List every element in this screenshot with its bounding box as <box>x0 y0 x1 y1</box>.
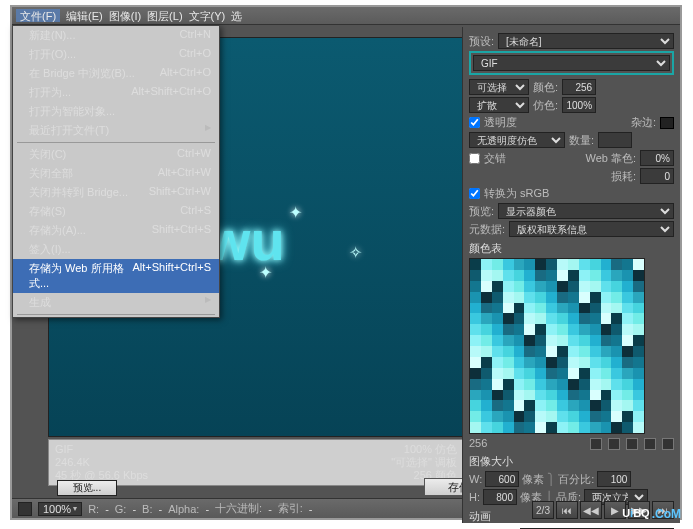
sparkle-icon: ✦ <box>259 263 272 282</box>
transparency-checkbox[interactable] <box>469 117 480 128</box>
metadata-select[interactable]: 版权和联系信息 <box>509 221 674 237</box>
right-panel: 预设:[未命名] GIF 可选择 颜色: 扩散 仿色: 透明度 杂边: 无透明度… <box>462 27 680 523</box>
interlace-checkbox[interactable] <box>469 153 480 164</box>
frame-counter: 2/3 <box>532 501 554 519</box>
preview-select[interactable]: 显示器颜色 <box>498 203 674 219</box>
width-label: W: <box>469 473 482 485</box>
percent-label: 百分比: <box>558 472 594 487</box>
palette-trash-icon[interactable] <box>662 438 674 450</box>
palette-tool-icon[interactable] <box>626 438 638 450</box>
hex-label: 十六进制: <box>215 501 262 516</box>
menu-item-close-bridge[interactable]: 关闭并转到 Bridge...Shift+Ctrl+W <box>13 183 219 202</box>
format-highlight-box: GIF <box>469 51 674 75</box>
menu-item-save[interactable]: 存储(S)Ctrl+S <box>13 202 219 221</box>
menu-image[interactable]: 图像(I) <box>109 9 141 22</box>
menu-item-close[interactable]: 关闭(C)Ctrl+W <box>13 145 219 164</box>
sparkle-icon: ✦ <box>289 203 302 222</box>
preset-label: 预设: <box>469 34 494 49</box>
metadata-label: 元数据: <box>469 222 505 237</box>
preset-select[interactable]: [未命名] <box>498 33 674 49</box>
alpha-label: Alpha: <box>168 503 199 515</box>
websnap-label: Web 靠色: <box>585 151 636 166</box>
height-input[interactable] <box>483 489 517 505</box>
websnap-input[interactable] <box>640 150 674 166</box>
amount-input <box>598 132 632 148</box>
menu-layer[interactable]: 图层(L) <box>147 9 182 22</box>
prev-frame-button[interactable]: ◀◀ <box>580 501 602 519</box>
color-table[interactable] <box>469 258 645 434</box>
palette-lock-icon[interactable] <box>644 438 656 450</box>
colors-input[interactable] <box>562 79 596 95</box>
b-label: B: <box>142 503 152 515</box>
info-palette: "可选择" 调板 <box>391 456 457 469</box>
menu-item-save-as[interactable]: 存储为(A)...Shift+Ctrl+S <box>13 221 219 240</box>
menu-item-new[interactable]: 新建(N)...Ctrl+N <box>13 26 219 45</box>
hand-tool-icon[interactable] <box>18 502 32 516</box>
lossy-input[interactable] <box>640 168 674 184</box>
dither-input[interactable] <box>562 97 596 113</box>
reduction-select[interactable]: 可选择 <box>469 79 529 95</box>
dither-select[interactable]: 扩散 <box>469 97 529 113</box>
srgb-label: 转换为 sRGB <box>484 186 549 201</box>
sparkle-icon: ✧ <box>349 243 362 262</box>
color-table-heading: 颜色表 <box>469 241 674 256</box>
colors-label: 颜色: <box>533 80 558 95</box>
menu-file[interactable]: 文件(F) <box>16 9 60 22</box>
palette-tool-icon[interactable] <box>608 438 620 450</box>
width-input[interactable] <box>485 471 519 487</box>
menu-bar: 文件(F) 编辑(E) 图像(I) 图层(L) 文字(Y) 选 <box>12 7 680 25</box>
palette-tool-icon[interactable] <box>590 438 602 450</box>
preview-label: 预览: <box>469 204 494 219</box>
menu-item-close-all[interactable]: 关闭全部Alt+Ctrl+W <box>13 164 219 183</box>
menu-select[interactable]: 选 <box>231 9 242 22</box>
srgb-checkbox[interactable] <box>469 188 480 199</box>
menu-item-open-as[interactable]: 打开为...Alt+Shift+Ctrl+O <box>13 83 219 102</box>
r-label: R: <box>88 503 99 515</box>
height-label: H: <box>469 491 480 503</box>
file-menu-dropdown: 新建(N)...Ctrl+N 打开(O)...Ctrl+O 在 Bridge 中… <box>12 25 220 318</box>
matte-swatch[interactable] <box>660 117 674 129</box>
bottom-bar: 100%▾ R:- G:- B:- Alpha:- 十六进制:- 索引:- <box>12 498 464 518</box>
menu-edit[interactable]: 编辑(E) <box>66 9 103 22</box>
preview-button[interactable]: 预览... <box>57 480 117 496</box>
color-count: 256 <box>469 437 487 449</box>
dither-label: 仿色: <box>533 98 558 113</box>
menu-item-open-smart[interactable]: 打开为智能对象... <box>13 102 219 121</box>
image-size-heading: 图像大小 <box>469 454 674 469</box>
zoom-dropdown[interactable]: 100%▾ <box>38 502 82 516</box>
menu-type[interactable]: 文字(Y) <box>189 9 226 22</box>
amount-label: 数量: <box>569 133 594 148</box>
trans-dither-select[interactable]: 无透明度仿色 <box>469 132 565 148</box>
menu-item-checkin: 签入(I)... <box>13 240 219 259</box>
interlace-label: 交错 <box>484 151 506 166</box>
menu-item-generate[interactable]: 生成▶ <box>13 293 219 312</box>
menu-item-save-for-web[interactable]: 存储为 Web 所用格式...Alt+Shift+Ctrl+S <box>13 259 219 293</box>
matte-label: 杂边: <box>631 115 656 130</box>
menu-item-recent[interactable]: 最近打开文件(T)▶ <box>13 121 219 140</box>
index-label: 索引: <box>278 501 303 516</box>
percent-input[interactable] <box>597 471 631 487</box>
watermark: UiBQ.CoM <box>622 507 681 523</box>
g-label: G: <box>115 503 127 515</box>
first-frame-button[interactable]: ⏮ <box>556 501 578 519</box>
lossy-label: 损耗: <box>611 169 636 184</box>
menu-item-open[interactable]: 打开(O)...Ctrl+O <box>13 45 219 64</box>
format-select[interactable]: GIF <box>473 55 670 71</box>
transparency-label: 透明度 <box>484 115 517 130</box>
menu-item-browse-bridge[interactable]: 在 Bridge 中浏览(B)...Alt+Ctrl+O <box>13 64 219 83</box>
info-dither: 100% 仿色 <box>391 443 457 456</box>
px-label: 像素 <box>522 472 544 487</box>
canvas-info: 100% 仿色 "可选择" 调板 256 颜色 GIF 246.4K 45 秒 … <box>48 439 464 486</box>
